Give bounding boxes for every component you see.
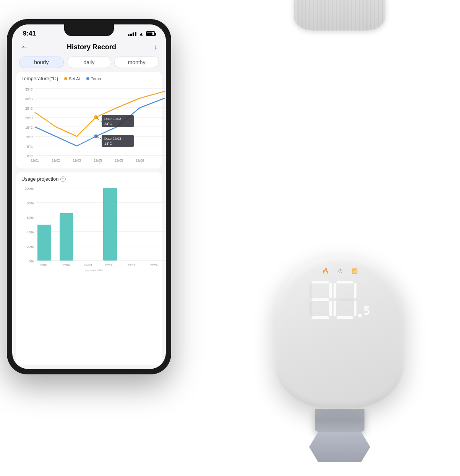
scene: 9:41 ▲ ← History Record [0,0,460,476]
wifi-icon: ▲ [139,31,144,37]
proj-title: Usage projection [21,176,59,182]
download-button[interactable]: ↓ [154,43,157,51]
signal-icon [128,32,136,36]
tab-monthy[interactable]: monthy [114,57,159,68]
svg-text:22/03: 22/03 [84,263,92,267]
decimal-point [358,314,362,317]
svg-text:25°C: 25°C [25,107,33,110]
svg-text:(year/month): (year/month) [85,163,103,164]
clock-icon: ⏱ [338,268,343,274]
temp-chart-svg-wrap: 35°C 30°C 25°C 20°C 15°C 10°C 5°C 0°C [21,84,157,165]
svg-text:22/06: 22/06 [136,159,144,162]
svg-text:22/01: 22/01 [39,263,48,267]
thermostat-body: 🔥 ⏱ 📶 [275,256,405,409]
tab-hourly[interactable]: hourly [19,57,64,68]
tabs-row: hourly daily monthy [12,54,166,72]
chart-header: Temperature(°C) Set At Temp [21,76,157,81]
proj-title-row: Usage projection ? [21,176,157,182]
tooltip2-value: 14°C [104,142,112,146]
svg-rect-41 [37,225,51,261]
svg-text:22/05: 22/05 [128,263,136,267]
app-header: ← History Record ↓ [12,39,166,54]
thermostat-base [315,409,364,432]
phone: 9:41 ▲ ← History Record [7,19,171,374]
battery-icon [146,31,155,36]
back-button[interactable]: ← [21,42,29,52]
usage-chart-section: Usage projection ? 100% 80% 60% 40% 20% … [16,172,162,365]
flame-icon: 🔥 [322,267,329,275]
chart-title: Temperature(°C) [21,76,58,81]
svg-text:(year/month): (year/month) [85,269,103,272]
legend-set-at: Set At [64,76,80,81]
svg-text:0%: 0% [29,259,34,263]
tooltip1-date: Date:22/03 [104,117,121,121]
svg-text:20%: 20% [27,245,34,249]
svg-text:22/06: 22/06 [150,263,159,267]
thermostat-device: 🔥 ⏱ 📶 [235,11,445,462]
svg-text:22/05: 22/05 [115,159,123,162]
svg-text:15°C: 15°C [25,126,33,130]
wifi-device-icon: 📶 [351,268,358,274]
status-time: 9:41 [23,30,36,37]
svg-text:22/05: 22/05 [105,263,113,267]
svg-text:10°C: 10°C [25,135,33,139]
digit-3 [309,281,332,319]
page-title: History Record [67,43,116,51]
svg-text:40%: 40% [27,230,34,234]
temp-chart-svg: 35°C 30°C 25°C 20°C 15°C 10°C 5°C 0°C [21,84,166,164]
svg-text:0°C: 0°C [27,154,33,158]
tooltip1-value: 24°C [104,122,112,126]
svg-text:100%: 100% [25,187,34,191]
svg-text:60%: 60% [27,216,34,220]
svg-line-18 [96,117,102,122]
svg-rect-42 [60,213,73,261]
svg-text:22/02: 22/02 [62,263,71,267]
temp-chart-section: Temperature(°C) Set At Temp 35°C 30°C [16,72,162,168]
phone-screen: 9:41 ▲ ← History Record [12,24,166,369]
svg-text:20°C: 20°C [25,116,33,120]
thermostat-knob [294,0,385,31]
legend-temp: Temp [86,76,101,81]
tooltip2-date: Date:22/03 [104,137,121,141]
svg-text:5°C: 5°C [27,145,33,149]
svg-text:30°C: 30°C [25,97,33,101]
decimal-digit: 5 [363,304,370,317]
status-icons: ▲ [128,31,155,37]
digit-0 [334,281,356,319]
thermostat-hex-nut [309,432,370,462]
led-display: 5 [309,281,370,319]
svg-text:22/05: 22/05 [94,159,102,162]
info-icon: ? [60,176,66,182]
svg-text:22/02: 22/02 [52,159,60,162]
tab-daily[interactable]: daily [67,57,112,68]
svg-text:35°C: 35°C [25,87,33,91]
phone-notch [64,24,114,36]
svg-rect-43 [103,188,117,261]
svg-text:22/03: 22/03 [73,159,81,162]
svg-text:22/01: 22/01 [31,159,39,162]
svg-text:80%: 80% [27,201,34,205]
device-icons-row: 🔥 ⏱ 📶 [322,267,358,275]
usage-chart-svg: 100% 80% 60% 40% 20% 0% [21,184,166,276]
